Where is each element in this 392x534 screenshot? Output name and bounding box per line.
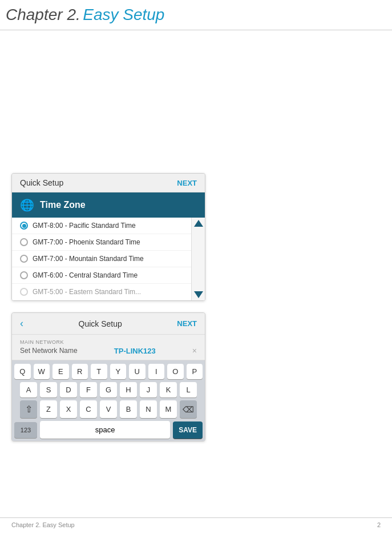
timezone-item-5[interactable]: GMT-5:00 - Eastern Standard Tim...: [12, 284, 205, 300]
key-space[interactable]: space: [40, 421, 170, 439]
key-g[interactable]: G: [100, 382, 117, 398]
key-x[interactable]: X: [60, 400, 77, 418]
quick-setup-title-1: Quick Setup: [20, 178, 63, 187]
globe-icon: 🌐: [20, 198, 34, 212]
screenshots-area: Quick Setup NEXT 🌐 Time Zone GMT-8:00 - …: [0, 167, 392, 447]
network-field-label: Set Network Name: [20, 347, 78, 355]
tz-item-label-3: GMT-7:00 - Mountain Standard Time: [33, 255, 144, 263]
back-arrow[interactable]: ‹: [20, 318, 23, 330]
tz-item-label-4: GMT-6:00 - Central Standard Time: [33, 271, 138, 279]
key-backspace[interactable]: ⌫: [180, 400, 197, 418]
key-p[interactable]: P: [187, 364, 203, 379]
keyboard-row-2: A S D F G H J K L: [14, 382, 203, 398]
key-m[interactable]: M: [160, 400, 177, 418]
key-d[interactable]: D: [60, 382, 77, 398]
key-j[interactable]: J: [140, 382, 157, 398]
easy-label: Easy: [83, 6, 123, 23]
key-a[interactable]: A: [20, 382, 37, 398]
timezone-list: GMT-8:00 - Pacific Standard Time GMT-7:0…: [12, 218, 205, 300]
tz-item-label-5: GMT-5:00 - Eastern Standard Tim...: [33, 288, 141, 296]
key-c[interactable]: C: [80, 400, 97, 418]
key-e[interactable]: E: [52, 364, 69, 379]
key-k[interactable]: K: [160, 382, 177, 398]
network-name-row: Set Network Name TP-LINK123 ×: [20, 346, 197, 355]
tz-item-label-2: GMT-7:00 - Phoenix Standard Time: [33, 238, 140, 246]
key-w[interactable]: W: [34, 364, 50, 379]
radio-tz2[interactable]: [20, 238, 28, 246]
tz-item-label-1: GMT-8:00 - Pacific Standard Time: [33, 222, 136, 230]
key-z[interactable]: Z: [40, 400, 57, 418]
radio-tz4[interactable]: [20, 271, 28, 279]
quick-setup-title-2: Quick Setup: [79, 319, 122, 328]
timezone-item-3[interactable]: GMT-7:00 - Mountain Standard Time: [12, 251, 205, 267]
key-n[interactable]: N: [140, 400, 157, 418]
quick-setup-header-1: Quick Setup NEXT: [12, 174, 205, 192]
timezone-header: 🌐 Time Zone: [12, 192, 205, 218]
key-q[interactable]: Q: [14, 364, 31, 379]
key-o[interactable]: O: [167, 364, 184, 379]
key-u[interactable]: U: [129, 364, 146, 379]
screenshot-timezone: Quick Setup NEXT 🌐 Time Zone GMT-8:00 - …: [11, 173, 205, 301]
timezone-scrollbar[interactable]: [191, 218, 205, 300]
key-b[interactable]: B: [120, 400, 137, 418]
network-name-value[interactable]: TP-LINK123: [114, 347, 156, 355]
next-button-1[interactable]: NEXT: [177, 179, 197, 187]
keyboard: Q W E R T Y U I O P A S D F G H J K: [12, 360, 205, 441]
timezone-item-1[interactable]: GMT-8:00 - Pacific Standard Time: [12, 218, 205, 234]
chapter-label: Chapter 2.: [6, 6, 80, 23]
key-i[interactable]: I: [148, 364, 165, 379]
setup-label: Setup: [123, 6, 164, 23]
key-save[interactable]: SAVE: [173, 421, 203, 439]
key-h[interactable]: H: [120, 382, 137, 398]
footer-right: 2: [377, 521, 381, 528]
keyboard-bottom-row: 123 space SAVE: [14, 421, 203, 439]
radio-tz1[interactable]: [20, 222, 28, 230]
key-f[interactable]: F: [80, 382, 97, 398]
key-r[interactable]: R: [72, 364, 88, 379]
scroll-down-arrow[interactable]: [194, 291, 203, 298]
key-123[interactable]: 123: [14, 422, 37, 438]
radio-tz5[interactable]: [20, 288, 28, 296]
key-v[interactable]: V: [100, 400, 117, 418]
screenshot-network: ‹ Quick Setup NEXT MAIN NETWORK Set Netw…: [11, 312, 205, 441]
page-title-area: Chapter 2. Easy Setup: [0, 0, 392, 30]
next-button-2[interactable]: NEXT: [177, 319, 197, 328]
timezone-item-2[interactable]: GMT-7:00 - Phoenix Standard Time: [12, 234, 205, 251]
timezone-item-4[interactable]: GMT-6:00 - Central Standard Time: [12, 267, 205, 284]
page-footer: Chapter 2. Easy Setup 2: [0, 517, 392, 528]
network-section-label: MAIN NETWORK: [20, 339, 197, 345]
key-t[interactable]: T: [91, 364, 107, 379]
timezone-label: Time Zone: [40, 200, 86, 210]
key-s[interactable]: S: [40, 382, 57, 398]
key-shift[interactable]: ⇧: [20, 400, 37, 418]
network-name-area: MAIN NETWORK Set Network Name TP-LINK123…: [12, 335, 205, 360]
quick-setup-header-2: ‹ Quick Setup NEXT: [12, 313, 205, 335]
scroll-up-arrow[interactable]: [194, 220, 203, 227]
radio-tz3[interactable]: [20, 255, 28, 263]
key-y[interactable]: Y: [110, 364, 127, 379]
keyboard-row-3: ⇧ Z X C V B N M ⌫: [14, 400, 203, 418]
keyboard-row-1: Q W E R T Y U I O P: [14, 364, 203, 379]
key-l[interactable]: L: [180, 382, 197, 398]
network-clear-button[interactable]: ×: [192, 346, 197, 355]
timezone-list-inner: GMT-8:00 - Pacific Standard Time GMT-7:0…: [12, 218, 205, 300]
footer-left: Chapter 2. Easy Setup: [11, 521, 75, 528]
